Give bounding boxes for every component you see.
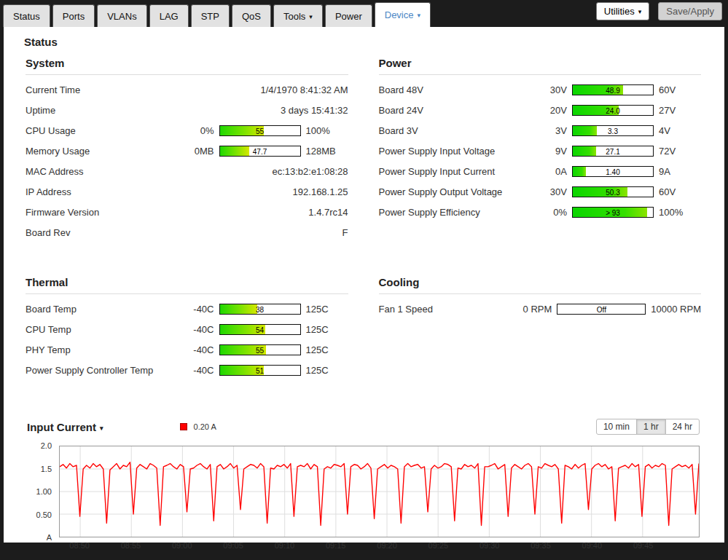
tab-stp[interactable]: STP — [191, 4, 230, 27]
gauge-max-label: 10000 RPM — [651, 304, 701, 315]
row-ip-address: IP Address 192.168.1.25 — [26, 181, 348, 202]
row-label: CPU Temp — [26, 324, 176, 335]
x-tick-label: 09:45 — [633, 541, 654, 550]
chart-y-axis-labels: 2.01.51.000.50A — [27, 446, 55, 537]
x-tick-label: 08:50 — [69, 541, 90, 550]
main-content: Status System Current Time 1/4/1970 8:41… — [4, 27, 724, 543]
board-temp-gauge: 38 — [219, 304, 301, 315]
row-label: Memory Usage — [26, 146, 176, 157]
chart-legend: 0.20 A — [180, 422, 216, 431]
tab-qos[interactable]: QoS — [232, 4, 271, 27]
row-board-rev: Board Rev F — [26, 222, 348, 242]
x-tick-label: 09:25 — [428, 541, 449, 550]
section-power: Power Board 48V 30V 48.9 60V Board 24V 2… — [379, 57, 702, 242]
range-button-1hr[interactable]: 1 hr — [636, 419, 666, 435]
row-label: Board 48V — [379, 84, 530, 95]
row-board-24v: Board 24V 20V 24.0 27V — [379, 100, 702, 120]
gauge-min-label: 0MB — [176, 146, 214, 157]
row-label: CPU Usage — [26, 125, 176, 136]
caret-down-icon: ▾ — [418, 12, 421, 19]
row-label: Board Temp — [26, 304, 176, 315]
gauge-value: 54 — [220, 325, 300, 334]
row-label: Power Supply Input Current — [379, 166, 530, 177]
row-memory-usage: Memory Usage 0MB 47.7 128MB — [26, 141, 348, 161]
gauge-value: 48.9 — [573, 85, 653, 95]
tab-ports[interactable]: Ports — [52, 4, 95, 27]
ps-input-voltage-gauge: 27.1 — [572, 146, 654, 157]
tab-lag[interactable]: LAG — [149, 4, 189, 27]
chart-x-axis-labels: 08:5008:5509:0009:0509:1009:1509:2009:25… — [59, 541, 700, 553]
gauge-max-label: 125C — [306, 344, 348, 355]
tab-label: VLANs — [107, 11, 136, 22]
row-ps-controller-temp: Power Supply Controller Temp -40C 51 125… — [26, 360, 348, 380]
row-label: Board 3V — [379, 125, 530, 136]
x-tick-label: 09:20 — [377, 541, 397, 550]
x-tick-label: 09:05 — [223, 541, 243, 550]
section-title: System — [26, 57, 348, 75]
legend-swatch — [180, 423, 187, 430]
row-ps-efficiency: Power Supply Efficiency 0% > 93 100% — [379, 202, 702, 222]
utilities-button[interactable]: Utilities▾ — [596, 2, 649, 20]
fan-1-speed-gauge: Off — [557, 304, 646, 315]
y-tick-label: A — [47, 533, 52, 542]
tab-label: Device — [385, 9, 414, 20]
input-current-section: Input Current▾ 0.20 A 10 min 1 hr 24 hr … — [27, 418, 700, 555]
row-value: 1.4.7rc14 — [308, 207, 348, 218]
ps-output-voltage-gauge: 50.3 — [572, 186, 654, 197]
row-label: Power Supply Efficiency — [379, 207, 530, 218]
tab-label: Ports — [63, 11, 85, 22]
x-tick-label: 09:40 — [582, 541, 603, 550]
board-48v-gauge: 48.9 — [572, 84, 654, 95]
gauge-value: 1.40 — [573, 167, 653, 176]
memory-usage-gauge: 47.7 — [219, 146, 301, 157]
range-button-24hr[interactable]: 24 hr — [665, 419, 700, 435]
gauge-max-label: 100% — [659, 207, 701, 218]
tab-power[interactable]: Power — [325, 4, 372, 27]
row-value: F — [343, 227, 348, 238]
gauge-value: Off — [557, 304, 645, 314]
input-current-chart — [60, 446, 699, 537]
gauge-value: 3.3 — [573, 126, 653, 135]
row-label: Power Supply Input Voltage — [379, 146, 530, 157]
gauge-value: 55 — [220, 345, 300, 355]
save-apply-button[interactable]: Save/Apply — [658, 2, 722, 20]
tab-status[interactable]: Status — [3, 4, 50, 27]
gauge-max-label: 125C — [306, 365, 348, 376]
row-board-temp: Board Temp -40C 38 125C — [26, 299, 348, 319]
gauge-value: 51 — [220, 366, 300, 375]
chart-title-label: Input Current — [27, 421, 96, 433]
tab-tools[interactable]: Tools▾ — [273, 4, 323, 27]
gauge-value: 24.0 — [573, 106, 653, 115]
gauge-min-label: 30V — [529, 84, 567, 95]
x-tick-label: 09:10 — [275, 541, 295, 550]
gauge-min-label: -40C — [176, 344, 214, 355]
tab-label: Status — [13, 11, 40, 22]
tab-device[interactable]: Device▾ — [375, 2, 431, 27]
x-tick-label: 09:35 — [531, 541, 551, 550]
row-label: PHY Temp — [26, 344, 176, 355]
gauge-max-label: 125C — [306, 324, 348, 335]
row-cpu-usage: CPU Usage 0% 55 100% — [26, 120, 348, 141]
y-tick-label: 2.0 — [41, 441, 52, 450]
tab-label: STP — [201, 11, 219, 22]
gauge-min-label: 0A — [529, 166, 567, 177]
row-board-48v: Board 48V 30V 48.9 60V — [379, 79, 702, 100]
gauge-value: 50.3 — [573, 187, 653, 197]
row-phy-temp: PHY Temp -40C 55 125C — [26, 339, 348, 360]
top-nav-bar: Status Ports VLANs LAG STP QoS Tools▾ Po… — [0, 0, 728, 27]
x-tick-label: 09:15 — [326, 541, 346, 550]
x-tick-label: 08:55 — [121, 541, 141, 550]
chart-title-dropdown[interactable]: Input Current▾ — [27, 421, 103, 433]
range-button-10min[interactable]: 10 min — [596, 419, 637, 435]
row-current-time: Current Time 1/4/1970 8:41:32 AM — [26, 79, 348, 100]
row-label: Firmware Version — [26, 207, 308, 218]
section-thermal: Thermal Board Temp -40C 38 125C CPU Temp… — [26, 276, 348, 380]
ps-controller-temp-gauge: 51 — [219, 365, 301, 376]
row-value: ec:13:b2:e1:08:28 — [272, 166, 348, 177]
row-fan-1-speed: Fan 1 Speed 0 RPM Off 10000 RPM — [379, 299, 702, 319]
gauge-min-label: 0 RPM — [523, 304, 552, 315]
gauge-value: 27.1 — [573, 146, 653, 156]
gauge-max-label: 128MB — [306, 146, 348, 157]
tab-vlans[interactable]: VLANs — [97, 4, 146, 27]
section-title: Thermal — [26, 276, 348, 294]
